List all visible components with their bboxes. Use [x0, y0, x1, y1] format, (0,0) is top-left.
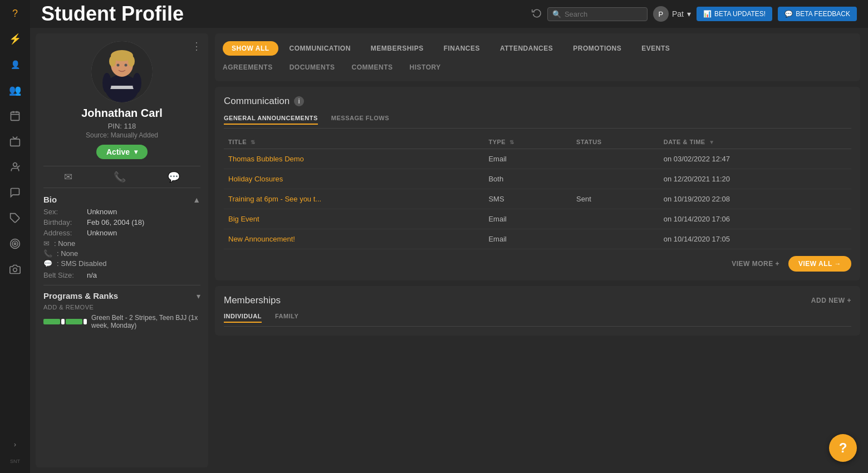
datetime-sort-icon[interactable]: ▼ [709, 139, 714, 145]
table-row: Thomas Bubbles Demo Email on 03/02/2022 … [224, 149, 851, 169]
svg-point-17 [128, 56, 135, 67]
status-badge[interactable]: Active ▾ [96, 145, 148, 159]
bio-toggle-icon[interactable]: ▲ [193, 195, 200, 204]
sidebar: ? ⚡ 👤 👥 › SNT [0, 0, 30, 473]
comm-tab-message-flows[interactable]: MESSAGE FLOWS [331, 115, 389, 125]
view-more-button[interactable]: VIEW MORE + [732, 260, 779, 268]
table-row: Big Event Email on 10/14/2020 17:06 [224, 209, 851, 229]
beta-feedback-icon: 💬 [784, 10, 793, 18]
status-label: Active [106, 147, 130, 156]
type-sort-icon[interactable]: ⇅ [509, 139, 514, 145]
tab-comments[interactable]: COMMENTS [352, 61, 393, 73]
svg-point-8 [12, 241, 18, 247]
sidebar-item-lightning[interactable]: ⚡ [7, 31, 23, 47]
tab-memberships[interactable]: MEMBERSHIPS [362, 41, 433, 56]
sidebar-item-tag[interactable] [7, 210, 23, 226]
svg-point-10 [13, 268, 17, 272]
tab-attendances[interactable]: ATTENDANCES [491, 41, 562, 56]
add-new-membership-button[interactable]: ADD NEW + [811, 297, 851, 304]
col-datetime: DATE & TIME ▼ [659, 135, 851, 149]
sidebar-item-calendar[interactable] [7, 108, 23, 124]
bio-phone-value: : None [57, 249, 78, 258]
svg-rect-4 [11, 139, 20, 146]
user-badge[interactable]: P Pat ▾ [653, 6, 691, 22]
beta-updates-button[interactable]: 📊 BETA UPDATES! [697, 7, 772, 21]
bio-belt-row: Belt Size: n/a [43, 271, 200, 279]
bio-email-row: ✉ : None [43, 239, 200, 248]
user-name: Pat [672, 9, 684, 18]
svg-point-7 [11, 239, 20, 249]
mem-tab-family[interactable]: FAMILY [275, 313, 298, 323]
sidebar-item-target[interactable] [7, 236, 23, 252]
profile-menu-icon[interactable]: ⋮ [192, 40, 202, 52]
row-title-4[interactable]: New Announcement! [224, 229, 484, 249]
info-icon[interactable]: i [294, 96, 304, 106]
bio-phone-row: 📞 : None [43, 249, 200, 258]
sidebar-expand-icon[interactable]: › [14, 441, 16, 449]
sidebar-item-camera[interactable] [7, 262, 23, 277]
communication-section: Communication i GENERAL ANNOUNCEMENTS ME… [215, 87, 860, 280]
communication-table: TITLE ⇅ TYPE ⇅ STATUS DATE & T [224, 135, 851, 249]
sidebar-item-check-user[interactable] [7, 159, 23, 175]
tab-section: SHOW ALL COMMUNICATION MEMBERSHIPS FINAN… [215, 33, 860, 81]
sidebar-item-help[interactable]: ? [7, 6, 23, 21]
title-sort-icon[interactable]: ⇅ [251, 139, 256, 145]
memberships-title: Memberships [224, 295, 281, 306]
tab-communication[interactable]: COMMUNICATION [281, 41, 360, 56]
belt-stripe-2 [84, 319, 87, 324]
beta-feedback-button[interactable]: 💬 BETA FEEDBACK [778, 7, 857, 21]
programs-title: Programs & Ranks [43, 291, 118, 300]
tab-history[interactable]: HISTORY [410, 61, 441, 73]
col-type: TYPE ⇅ [484, 135, 572, 149]
tab-promotions[interactable]: PROMOTIONS [564, 41, 630, 56]
row-title-0[interactable]: Thomas Bubbles Demo [224, 149, 484, 169]
topbar-right: 🔍 P Pat ▾ 📊 BETA UPDATES! 💬 BETA FEEDBAC… [532, 6, 857, 22]
phone-contact-icon[interactable]: 📞 [114, 171, 126, 183]
profile-photo [91, 41, 153, 102]
page-title: Student Profile [41, 4, 184, 24]
row-title-2[interactable]: Training at 6pm - See you t... [224, 189, 484, 209]
topbar: Student Profile 🔍 P Pat ▾ 📊 BETA UPDATES… [30, 0, 868, 28]
row-type-1: Both [484, 169, 572, 189]
programs-toggle-icon[interactable]: ▾ [197, 292, 200, 300]
tab-agreements[interactable]: AGREEMENTS [223, 61, 273, 73]
view-all-button[interactable]: VIEW ALL → [788, 256, 851, 272]
sidebar-item-film[interactable] [7, 134, 23, 149]
row-type-2: SMS [484, 189, 572, 209]
mem-tab-individual[interactable]: INDIVIDUAL [224, 313, 262, 323]
comm-tab-general[interactable]: GENERAL ANNOUNCEMENTS [224, 115, 318, 125]
programs-header: Programs & Ranks ▾ [43, 291, 200, 300]
tab-events[interactable]: EVENTS [632, 41, 679, 56]
sidebar-item-users[interactable]: 👥 [7, 82, 23, 98]
bio-address-row: Address: Unknown [43, 229, 200, 237]
tab-show-all[interactable]: SHOW ALL [223, 41, 278, 56]
table-row: Training at 6pm - See you t... SMS Sent … [224, 189, 851, 209]
table-footer: VIEW MORE + VIEW ALL → [224, 256, 851, 272]
beta-updates-icon: 📊 [703, 10, 712, 18]
row-status-4 [572, 229, 659, 249]
bio-sex-row: Sex: Unknown [43, 208, 200, 216]
help-button[interactable]: ? [829, 434, 857, 462]
row-title-3[interactable]: Big Event [224, 209, 484, 229]
sidebar-item-chat[interactable] [7, 185, 23, 200]
tab-documents[interactable]: DOCUMENTS [290, 61, 335, 73]
profile-pin: PIN: 118 [108, 122, 136, 130]
row-datetime-2: on 10/19/2020 22:08 [659, 189, 851, 209]
search-input[interactable] [565, 10, 643, 18]
sms-contact-icon[interactable]: 💬 [168, 171, 180, 183]
history-icon[interactable] [532, 8, 542, 20]
bio-sex-label: Sex: [43, 208, 82, 216]
program-text: Green Belt - 2 Stripes, Teen BJJ (1x wee… [91, 314, 200, 329]
row-status-3 [572, 209, 659, 229]
row-title-1[interactable]: Holiday Closures [224, 169, 484, 189]
email-contact-icon[interactable]: ✉ [64, 171, 72, 183]
contact-icons: ✉ 📞 💬 [43, 166, 200, 188]
bio-birthday-value: Feb 06, 2004 (18) [87, 218, 144, 226]
row-datetime-4: on 10/14/2020 17:05 [659, 229, 851, 249]
user-chevron-icon: ▾ [687, 9, 691, 18]
sidebar-item-add-user[interactable]: 👤 [7, 57, 23, 72]
divider [43, 285, 200, 285]
tab-finances[interactable]: FINANCES [435, 41, 489, 56]
bio-belt-label: Belt Size: [43, 271, 82, 279]
row-status-1 [572, 169, 659, 189]
